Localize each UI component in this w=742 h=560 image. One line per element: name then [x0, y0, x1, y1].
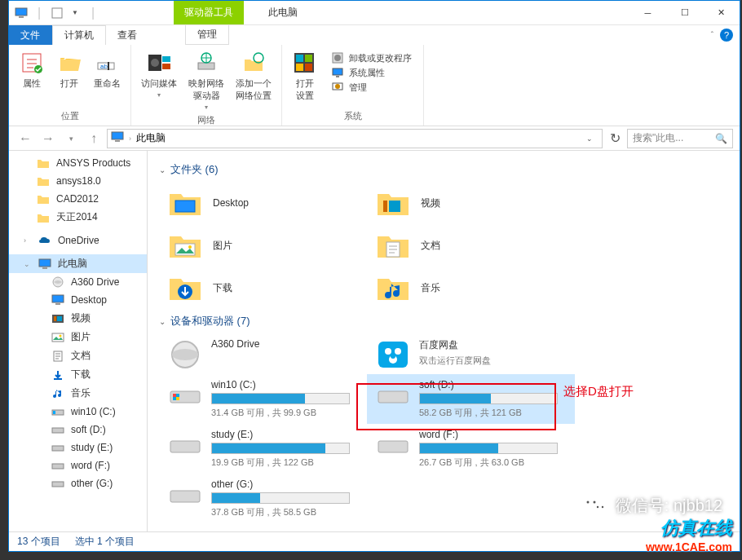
- nav-drive-g[interactable]: other (G:): [9, 474, 147, 492]
- nav-a360[interactable]: A360 Drive: [9, 273, 147, 291]
- navigation-pane[interactable]: ANSYS Products ansys18.0 CAD2012 天正2014 …: [9, 151, 148, 531]
- crumb-thispc[interactable]: 此电脑: [136, 131, 166, 145]
- dropdown-icon[interactable]: ▼: [68, 6, 82, 20]
- map-drive-button[interactable]: 映射网络 驱动器 ▾: [185, 48, 227, 112]
- pictures-folder-icon: [167, 229, 203, 262]
- svg-point-56: [395, 348, 401, 355]
- folder-desktop[interactable]: Desktop: [159, 182, 367, 224]
- nav-documents[interactable]: 文档: [9, 346, 147, 365]
- dropdown-icon[interactable]: ⌄: [581, 130, 598, 148]
- svg-rect-43: [52, 464, 64, 469]
- rename-button[interactable]: ab 重命名: [91, 48, 124, 108]
- nav-tianzheng[interactable]: 天正2014: [9, 208, 147, 227]
- drive-e[interactable]: study (E:) 19.9 GB 可用 , 共 122 GB: [159, 424, 367, 474]
- checkbox-icon[interactable]: [50, 6, 64, 20]
- label: ANSYS Products: [56, 157, 130, 169]
- label: 天正2014: [56, 210, 98, 224]
- up-button[interactable]: ↑: [84, 129, 104, 148]
- drive-tools-tab[interactable]: 驱动器工具: [174, 1, 244, 24]
- svg-text:ab: ab: [100, 63, 108, 70]
- nav-cad2012[interactable]: CAD2012: [9, 190, 147, 208]
- drive-d[interactable]: soft (D:) 58.2 GB 可用 , 共 121 GB: [367, 374, 575, 424]
- folder-pictures[interactable]: 图片: [159, 224, 367, 267]
- chevron-down-icon[interactable]: ⌄: [159, 165, 166, 174]
- expand-icon[interactable]: ⌄: [24, 260, 32, 268]
- usage-bar: [419, 443, 558, 454]
- wechat-overlay: 微信号: njbb12: [581, 493, 722, 518]
- folder-videos[interactable]: 视频: [367, 182, 575, 224]
- back-button[interactable]: ←: [15, 129, 35, 148]
- desktop-folder-icon: [167, 187, 203, 219]
- recent-dropdown[interactable]: ▾: [61, 129, 81, 148]
- nav-drive-f[interactable]: word (F:): [9, 456, 147, 474]
- open-settings-button[interactable]: 打开 设置: [289, 48, 321, 108]
- tab-computer[interactable]: 计算机: [52, 25, 106, 45]
- close-button[interactable]: ✕: [703, 2, 740, 24]
- nav-onedrive[interactable]: ›OneDrive: [9, 231, 147, 249]
- folder-documents[interactable]: 文档: [367, 224, 575, 267]
- nav-desktop[interactable]: Desktop: [9, 291, 147, 309]
- maximize-button[interactable]: ☐: [666, 2, 703, 24]
- system-properties-button[interactable]: 系统属性: [331, 66, 412, 79]
- tab-view[interactable]: 查看: [106, 25, 149, 45]
- divider-icon: |: [86, 6, 100, 20]
- svg-rect-22: [333, 68, 342, 75]
- search-input[interactable]: 搜索"此电... 🔍: [627, 129, 733, 148]
- tab-file[interactable]: 文件: [9, 25, 52, 45]
- drive-c[interactable]: win10 (C:) 31.4 GB 可用 , 共 99.9 GB: [159, 374, 367, 424]
- nav-music[interactable]: 音乐: [9, 384, 147, 403]
- uninstall-button[interactable]: 卸载或更改程序: [331, 51, 412, 64]
- collapse-ribbon-icon[interactable]: ˆ: [711, 31, 713, 40]
- folder-music[interactable]: 音乐: [367, 267, 575, 309]
- open-button[interactable]: 打开: [53, 48, 86, 108]
- label: other (G:): [71, 478, 113, 489]
- svg-rect-63: [378, 391, 408, 403]
- thispc-icon: [111, 131, 124, 145]
- svg-point-69: [586, 501, 589, 504]
- nav-ansys18[interactable]: ansys18.0: [9, 172, 147, 190]
- nav-drive-e[interactable]: study (E:): [9, 439, 147, 456]
- nav-pictures[interactable]: 图片: [9, 328, 147, 346]
- nav-drive-d[interactable]: soft (D:): [9, 421, 147, 439]
- minimize-button[interactable]: ─: [629, 2, 666, 24]
- label: 系统属性: [349, 67, 385, 79]
- nav-drive-c[interactable]: win10 (C:): [9, 403, 147, 421]
- properties-button[interactable]: 属性: [15, 48, 48, 108]
- drive-f[interactable]: word (F:) 26.7 GB 可用 , 共 63.0 GB: [367, 424, 575, 474]
- titlebar: | ▼ | 驱动器工具 此电脑 ─ ☐ ✕: [9, 1, 740, 25]
- nav-thispc[interactable]: ⌄此电脑: [9, 254, 147, 273]
- tab-manage[interactable]: 管理: [185, 25, 229, 45]
- drive-f-icon: [375, 430, 411, 460]
- refresh-button[interactable]: ↻: [606, 130, 624, 148]
- forward-button[interactable]: →: [38, 129, 58, 148]
- label: study (E:): [211, 429, 359, 440]
- nav-ansys-products[interactable]: ANSYS Products: [9, 154, 147, 172]
- label: 此电脑: [58, 257, 87, 271]
- svg-point-58: [391, 354, 395, 359]
- section-drives[interactable]: ⌄ 设备和驱动器 (7): [159, 309, 728, 333]
- breadcrumb[interactable]: › 此电脑 ⌄: [107, 129, 603, 148]
- usage-bar: [211, 492, 350, 504]
- chevron-right-icon[interactable]: ›: [129, 134, 131, 143]
- svg-point-71: [597, 506, 598, 508]
- folder-downloads[interactable]: 下载: [159, 267, 367, 309]
- drive-g[interactable]: other (G:) 37.8 GB 可用 , 共 58.5 GB: [159, 474, 367, 523]
- explorer-window: | ▼ | 驱动器工具 此电脑 ─ ☐ ✕ 文件 计算机 查看 管理 ˆ ?: [8, 0, 740, 552]
- access-media-button[interactable]: 访问媒体 ▾: [138, 48, 180, 112]
- nav-downloads[interactable]: 下载: [9, 365, 147, 384]
- manage-button[interactable]: 管理: [331, 81, 412, 94]
- svg-rect-7: [108, 62, 109, 70]
- help-icon[interactable]: ?: [720, 29, 733, 42]
- search-icon[interactable]: 🔍: [715, 133, 727, 144]
- section-folders[interactable]: ⌄ 文件夹 (6): [159, 157, 728, 182]
- svg-point-49: [188, 245, 192, 249]
- content-area[interactable]: ⌄ 文件夹 (6) Desktop 视频 图片 文档: [148, 151, 740, 531]
- expand-icon[interactable]: ›: [24, 236, 32, 245]
- add-location-button[interactable]: 添加一个 网络位置: [232, 48, 275, 112]
- chevron-down-icon[interactable]: ⌄: [159, 317, 166, 326]
- nav-videos[interactable]: 视频: [9, 309, 147, 328]
- drive-a360[interactable]: A360 Drive: [159, 333, 367, 374]
- folder-icon: [37, 211, 50, 224]
- status-bar: 13 个项目 选中 1 个项目: [9, 531, 740, 551]
- drive-baidu[interactable]: 百度网盘双击运行百度网盘: [367, 333, 575, 374]
